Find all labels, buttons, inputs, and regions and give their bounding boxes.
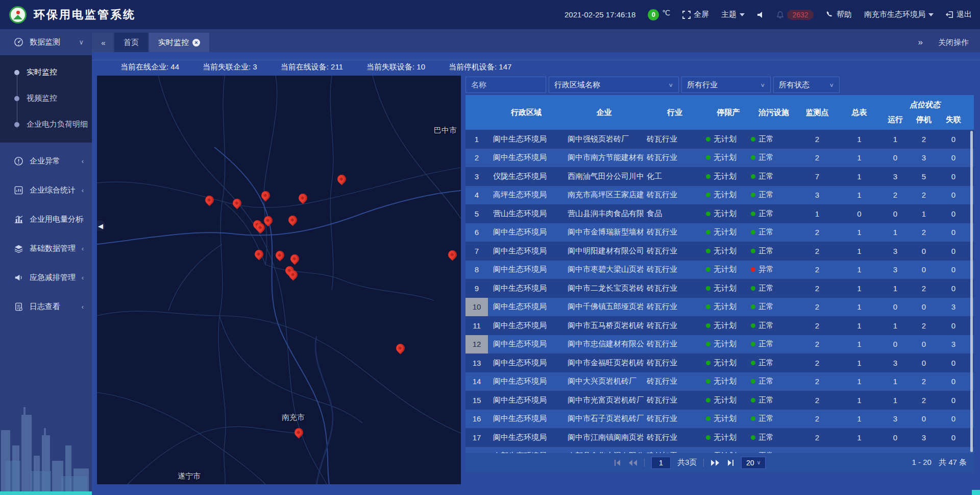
table-row[interactable]: 7阆中生态环境局阆中明阳建材有限公司砖瓦行业无计划正常21300 <box>465 242 974 261</box>
filter-select-1[interactable]: 行政区域名称∨ <box>549 77 679 93</box>
prev-page-icon[interactable] <box>628 459 638 466</box>
table-row[interactable]: 13阆中生态环境局阆中市金福旺页岩机砖砖瓦行业无计划正常21300 <box>465 353 974 372</box>
cell-text: 砖瓦行业 <box>647 227 677 237</box>
table-row[interactable]: 6阆中生态环境局阆中市金博瑞新型墙材砖瓦行业无计划正常21120 <box>465 223 974 242</box>
filter-select-3[interactable]: 所有状态∨ <box>773 77 840 93</box>
cell-text: 阆中千佛镇五郎垭页岩 <box>568 302 644 312</box>
cell-industry: 砖瓦行业 <box>644 186 706 205</box>
fullscreen-button[interactable]: 全屏 <box>682 10 709 19</box>
cell-text: 1 <box>857 433 861 442</box>
table-row[interactable]: 11阆中生态环境局阆中市五马桥页岩机砖砖瓦行业无计划正常21120 <box>465 316 974 335</box>
sidebar-item-label: 实时监控 <box>27 67 57 77</box>
last-page-icon[interactable] <box>726 459 734 466</box>
tab-scroll-left-icon[interactable]: « <box>92 33 113 52</box>
cell-total: 1 <box>838 242 881 261</box>
cell-text: 正常 <box>758 153 774 162</box>
sidebar-group-5[interactable]: 应急减排管理‹ <box>0 263 92 292</box>
first-page-icon[interactable] <box>614 459 622 466</box>
chevron-down-icon: ∨ <box>760 82 765 88</box>
search-name-input[interactable]: 名称 <box>465 77 546 93</box>
cell-text: 2 <box>815 135 819 144</box>
sidebar-group-4[interactable]: 基础数据管理‹ <box>0 234 92 263</box>
sidebar-group-0[interactable]: 数据监测∨ <box>0 29 92 55</box>
cell-industry: 砖瓦行业 <box>644 149 706 168</box>
help-button[interactable]: 帮助 <box>826 10 852 19</box>
cell-total: 1 <box>838 130 881 149</box>
cell-region: 营山生态环境局 <box>488 204 565 223</box>
cell-text: 正常 <box>758 134 774 144</box>
cell-down: 2 <box>910 186 938 205</box>
cell-text: 西南油气田分公司川中 <box>568 172 644 181</box>
cell-run: 0 <box>881 298 910 317</box>
logout-button[interactable]: 退出 <box>946 10 972 19</box>
table-row[interactable]: 4高坪生态环境局南充市高坪区王家店建砖瓦行业无计划正常31220 <box>465 186 974 205</box>
cell-stop: 无计划 <box>706 149 751 168</box>
cell-down: 3 <box>910 149 938 168</box>
table-row[interactable]: 17阆中生态环境局阆中市江南镇阆南页岩砖瓦行业无计划正常21030 <box>465 428 974 447</box>
tab-1[interactable]: 实时监控× <box>149 33 209 52</box>
cell-text: 2 <box>475 153 479 162</box>
cell-text: 3 <box>815 191 819 199</box>
cell-stop: 无计划 <box>706 223 751 242</box>
mute-button[interactable] <box>757 11 764 18</box>
cell-no: 5 <box>465 204 488 223</box>
sidebar-group-3[interactable]: 企业用电量分析‹ <box>0 205 92 234</box>
map-panel[interactable]: 巴中市南充市遂宁市 ◀ <box>97 76 461 484</box>
status-dot-icon <box>706 137 710 142</box>
tab-close-icon[interactable]: × <box>192 39 200 46</box>
tab-label: 首页 <box>124 38 139 48</box>
status-dot-icon <box>751 398 755 403</box>
sidebar-group-2[interactable]: 企业综合统计‹ <box>0 176 92 205</box>
table-scrollbar[interactable] <box>970 131 973 452</box>
cell-text: 正常 <box>758 339 774 349</box>
theme-dropdown[interactable]: 主题 <box>721 10 745 19</box>
sidebar-group-6[interactable]: 日志查看‹ <box>0 292 92 321</box>
status-dot-icon <box>706 267 710 272</box>
page-number-input[interactable]: 1 <box>651 457 671 469</box>
status-dot-icon <box>706 361 710 365</box>
cell-no: 11 <box>465 316 488 335</box>
chevron-down-icon: ∨ <box>79 38 84 46</box>
log-icon <box>13 302 23 312</box>
table-row[interactable]: 16阆中生态环境局阆中市石子页岩机砖厂砖瓦行业无计划正常21300 <box>465 410 974 429</box>
filter-select-2[interactable]: 所有行业∨ <box>681 77 771 93</box>
org-dropdown[interactable]: 南充市生态环境局 <box>864 10 934 19</box>
table-row[interactable]: 10阆中生态环境局阆中千佛镇五郎垭页岩砖瓦行业无计划正常21003 <box>465 298 974 317</box>
table-row[interactable]: 3仪陇生态环境局西南油气田分公司川中化工无计划正常71350 <box>465 167 974 186</box>
sidebar-item-2[interactable]: 企业电力负荷明细 <box>0 111 92 137</box>
table-row[interactable]: 2阆中生态环境局阆中市南方节能建材有砖瓦行业无计划正常21030 <box>465 149 974 168</box>
table-row[interactable]: 15阆中生态环境局阆中市光富页岩机砖厂砖瓦行业无计划正常21120 <box>465 391 974 410</box>
cell-facility: 正常 <box>751 335 797 354</box>
sidebar-group-1[interactable]: 企业异常‹ <box>0 147 92 176</box>
table-row[interactable]: 8阆中生态环境局阆中市枣碧大梁山页岩砖瓦行业无计划异常21300 <box>465 261 974 279</box>
temperature: 0 ℃ <box>648 9 670 20</box>
sidebar-item-1[interactable]: 视频监控 <box>0 85 92 111</box>
tab-0[interactable]: 首页 <box>114 33 148 52</box>
sidebar-group-label: 企业综合统计 <box>30 185 76 195</box>
cell-no: 14 <box>465 372 488 391</box>
table-row[interactable]: 14阆中生态环境局阆中大兴页岩机砖厂砖瓦行业无计划正常21120 <box>465 372 974 391</box>
cell-stop: 无计划 <box>706 391 751 410</box>
cell-lost: 3 <box>938 335 969 354</box>
column-header-facility: 治污设施 <box>751 95 797 130</box>
table-row[interactable]: 12阆中生态环境局阆中市忠信建材有限公砖瓦行业无计划正常21003 <box>465 335 974 354</box>
cell-monitor: 1 <box>797 204 838 223</box>
close-operations-button[interactable]: 关闭操作 <box>938 38 969 48</box>
sidebar-item-0[interactable]: 实时监控 <box>0 59 92 85</box>
table-row[interactable]: 9阆中生态环境局阆中市二龙长宝页岩砖砖瓦行业无计划正常21120 <box>465 279 974 298</box>
table-row[interactable]: 18南部生态环境局南部县鑫华水泥有限公建材加工无计划正常60060 <box>465 447 974 454</box>
cell-text: 2 <box>815 433 819 442</box>
tab-scroll-right-icon[interactable]: » <box>918 37 923 48</box>
cell-total: 1 <box>838 186 881 205</box>
page-size-select[interactable]: 20 ∨ <box>741 457 766 469</box>
notifications[interactable]: 2632 <box>776 10 814 20</box>
column-header-industry: 行业 <box>644 95 706 130</box>
next-page-icon[interactable] <box>710 459 720 466</box>
cell-text: 阆中生态环境局 <box>493 321 547 331</box>
table-row[interactable]: 5营山生态环境局营山县润丰肉食品有限食品无计划正常10010 <box>465 204 974 223</box>
status-dot-icon <box>751 361 755 365</box>
cell-text: 17 <box>473 433 481 442</box>
table-row[interactable]: 1阆中生态环境局阆中强锐页岩砖厂砖瓦行业无计划正常21120 <box>465 130 974 149</box>
cell-monitor: 2 <box>797 242 838 261</box>
cell-text: 正常 <box>758 246 774 256</box>
